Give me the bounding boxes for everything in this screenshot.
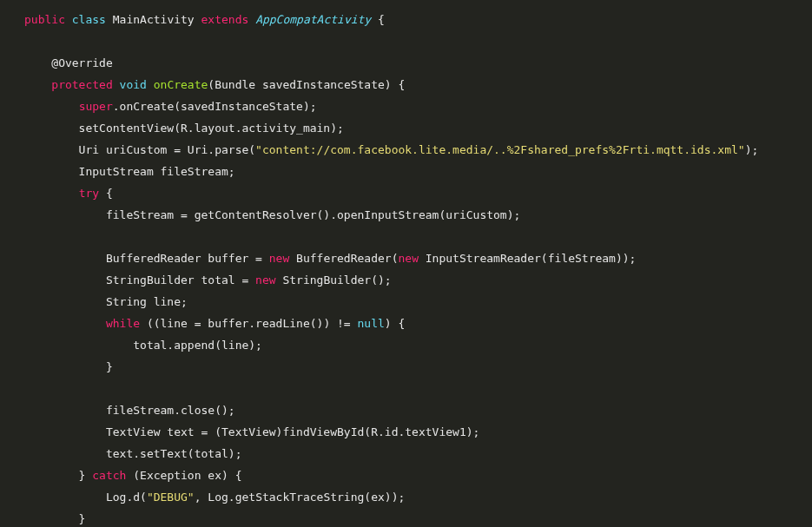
code-text: ) {: [385, 317, 405, 330]
space: [147, 78, 154, 91]
code-text: Log.d(: [24, 491, 147, 504]
code-text: TextView text = (TextView)findViewById(R…: [24, 425, 479, 438]
keyword-new: new: [255, 273, 275, 287]
indent: }: [24, 469, 92, 482]
code-text: String line;: [24, 295, 188, 308]
code-text: Uri uriCustom = Uri.parse(: [24, 143, 255, 156]
space: [113, 78, 120, 91]
string-literal-uri: "content://com.facebook.lite.media/..%2F…: [255, 143, 745, 156]
brace-open: {: [99, 187, 113, 200]
code-text: InputStream fileStream;: [24, 165, 235, 178]
keyword-void: void: [120, 78, 147, 91]
space: [65, 13, 72, 26]
keyword-try: try: [79, 187, 99, 200]
method-name: onCreate: [154, 78, 208, 91]
code-text: ((line = buffer.readLine()) !=: [140, 317, 357, 330]
keyword-class: class: [72, 13, 106, 26]
keyword-while: while: [106, 317, 140, 330]
indent: [24, 187, 79, 200]
string-literal-debug: "DEBUG": [147, 491, 195, 504]
code-text: total.append(line);: [24, 339, 262, 352]
keyword-new: new: [398, 252, 418, 265]
code-text: BufferedReader(: [289, 252, 398, 265]
code-text: InputStreamReader(fileStream));: [419, 252, 636, 265]
keyword-protected: protected: [51, 78, 112, 91]
keyword-super: super: [79, 100, 113, 113]
code-text: StringBuilder total =: [24, 273, 255, 287]
code-text: fileStream.close();: [24, 404, 235, 417]
class-name: MainActivity: [113, 13, 195, 26]
code-text: );: [745, 143, 759, 156]
method-args: (Bundle savedInstanceState) {: [208, 78, 405, 91]
code-text: , Log.getStackTraceString(ex));: [195, 491, 406, 504]
brace-open: {: [371, 13, 385, 26]
keyword-catch: catch: [92, 469, 126, 482]
brace-close: }: [24, 512, 85, 525]
code-text: StringBuilder();: [276, 273, 392, 287]
code-text: fileStream = getContentResolver().openIn…: [24, 208, 520, 221]
keyword-null: null: [358, 317, 385, 330]
code-text: setContentView(R.layout.activity_main);: [24, 122, 344, 135]
code-text: (Exception ex) {: [126, 469, 241, 482]
indent: [24, 100, 79, 113]
keyword-extends: extends: [201, 13, 249, 26]
indent: [24, 317, 106, 330]
code-editor: public class MainActivity extends AppCom…: [0, 0, 812, 527]
superclass-name: AppCompatActivity: [255, 13, 371, 26]
annotation-override: @Override: [24, 56, 113, 69]
keyword-new: new: [269, 252, 289, 265]
code-text: text.setText(total);: [24, 447, 241, 460]
keyword-public: public: [24, 13, 65, 26]
brace-close: }: [24, 360, 113, 373]
code-text: .onCreate(savedInstanceState);: [113, 100, 317, 113]
indent: [24, 78, 51, 91]
code-text: BufferedReader buffer =: [24, 252, 269, 265]
